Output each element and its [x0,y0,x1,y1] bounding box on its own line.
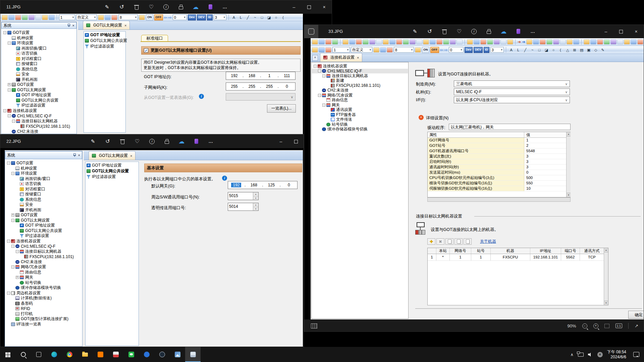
tree-item[interactable]: FX5CPU(192.168.1.101) [312,83,408,88]
tree-item[interactable]: - GOT设置 [5,161,82,166]
tabbar-close-icon[interactable]: × [312,55,318,61]
on-button[interactable]: ON [422,47,429,53]
close-button[interactable]: × [629,25,644,38]
expand-toggle-icon[interactable]: - [11,245,14,248]
property-row[interactable]: GOT网络号 1 [428,138,570,143]
expand-toggle-icon[interactable]: - [8,88,11,92]
status-x-icon[interactable]: ✕ [597,352,603,357]
panel-close-icon[interactable]: × [72,23,74,27]
prev-arrow-icon[interactable]: ⇦ [164,15,167,20]
draw-tool-icon[interactable]: ▣ [586,47,592,53]
fit-screen-icon[interactable] [604,324,609,328]
tree-item[interactable]: - GOT以太网设置 [2,87,76,93]
expand-toggle-icon[interactable]: - [11,219,14,222]
expand-toggle-icon[interactable]: - [318,69,321,72]
minimize-button[interactable]: – [598,25,613,38]
maximize-button[interactable] [302,0,317,14]
tab-standard-port[interactable]: 标准端口 [141,35,168,42]
toolbar-icons[interactable] [312,47,331,53]
tree-item[interactable]: - 连接机器设置 [2,108,76,114]
nav-item[interactable]: GOT以太网公共设置 [84,38,125,44]
edge-icon[interactable] [46,347,62,362]
tree-item[interactable]: FX5CPU(192.168.1.101) [5,254,82,259]
tree-item[interactable]: 机种设置 [2,36,76,41]
expand-toggle-icon[interactable]: - [7,292,10,295]
model-combo[interactable]: MELSEC iQ-F [454,88,570,95]
interface-combo[interactable]: 以太网:多CPU连接对应 [454,97,570,103]
dev2-button[interactable]: DEV [197,14,206,20]
on-button[interactable]: ON [146,14,153,20]
zoom-icons[interactable] [98,15,117,20]
maximize-button[interactable] [613,25,629,38]
about-device-link[interactable]: 关于机器 [480,239,496,244]
pin-icon[interactable] [67,24,70,27]
got-ip-field[interactable]: 192. 168. 1. 111 [226,72,296,80]
tree-item[interactable]: 新建 [312,78,408,83]
photo-toolbar-icon[interactable] [222,4,228,10]
tree-item[interactable]: 站号切换 [5,280,82,286]
tree-item[interactable]: 通讯设置 [312,108,408,113]
remote-app-icon[interactable] [108,347,123,362]
title-bar[interactable]: 11.JPG – × [0,0,332,14]
property-row[interactable]: 伺服轴切换GD软元件起始编号(16点) 10 [428,186,570,191]
photo-toolbar-icon[interactable] [104,4,110,10]
num3-dropdown[interactable]: 3 [214,14,226,20]
tree-item[interactable]: I/F连接一览表 [5,322,82,327]
photo-toolbar-icon[interactable] [178,138,184,144]
expand-toggle-icon[interactable]: - [11,172,14,175]
property-row[interactable]: GOT机器通讯用端口号 5548 [428,148,570,154]
wechat-icon[interactable] [123,347,139,362]
dev2-button[interactable]: DEV [474,47,483,53]
photo-toolbar-icon[interactable] [441,28,447,35]
photos-app-icon[interactable] [170,347,185,362]
tree-item[interactable]: 按键窗口 [5,192,82,197]
photos-active-icon[interactable] [185,347,201,362]
tree-item[interactable]: 画面切换/窗口 [2,46,76,51]
tree-item[interactable]: - 环境设置 [5,171,82,176]
expand-toggle-icon[interactable]: - [3,31,6,34]
copy-button[interactable] [445,238,453,245]
fontsize-dropdown[interactable]: 8 [394,47,414,53]
photo-toolbar-icon[interactable] [105,138,111,144]
property-row[interactable]: 通讯超时时间(秒) 3 [428,165,570,170]
zoom-in-icon[interactable]: + [593,323,598,328]
maximize-button[interactable] [288,135,304,148]
toolbar-icons[interactable] [342,39,463,45]
fullscreen-icon[interactable]: ↗ [635,323,638,328]
tree-item[interactable]: - CH1:MELSEC iQ-F [2,113,76,119]
next-arrow-icon[interactable]: ⇨ [168,15,172,20]
tree-item[interactable]: GOT以太网公共设置 [2,98,76,103]
expand-toggle-icon[interactable]: - [314,65,317,68]
expand-toggle-icon[interactable]: - [318,94,321,97]
id-button[interactable]: ID [484,47,489,53]
draw-tool-icon[interactable]: ~ [252,14,258,20]
custom-dropdown[interactable]: 自定义 [351,47,372,53]
tree-item[interactable]: - 连接机器设置 [312,64,408,69]
filmstrip-icon[interactable] [311,323,317,328]
tree-item[interactable]: 计算机(数据传送) [5,296,82,301]
draw-tool-icon[interactable]: ○ [550,47,557,53]
draw-tool-icon[interactable]: A [231,14,237,20]
nav-item[interactable]: GOT IP地址设置 [86,163,139,168]
notification-icon[interactable] [633,352,639,357]
photo-toolbar-icon[interactable] [178,4,184,10]
expand-toggle-icon[interactable]: + [16,276,19,279]
nav-item[interactable]: GOT以太网公共设置 [86,168,139,174]
zoom-icons[interactable] [373,47,393,53]
property-row[interactable]: CPU号机切换GD软元件起始编号(3点) 500 [428,175,570,181]
draw-tool-icon[interactable]: □ [259,14,265,20]
dev-button[interactable]: Dev [465,47,473,53]
got-list-combo[interactable] [226,93,296,101]
tree-item[interactable]: 条形码 [5,301,82,306]
draw-tool-icon[interactable]: ✎ [600,47,606,53]
tree-item[interactable]: 安全 [5,202,82,207]
tree-item[interactable]: 文件传送 [312,117,408,122]
tree-item[interactable]: 画面切换/窗口 [5,176,82,182]
expand-toggle-icon[interactable]: - [7,240,10,243]
keyboard-icon[interactable] [415,47,421,53]
chrome-icon[interactable] [62,347,77,362]
subnet-mask-field[interactable]: 255. 255. 255. 0 [226,82,296,90]
tree-item[interactable]: + GOT设置 [2,82,76,87]
blue-app-icon[interactable] [139,347,154,362]
tree-item[interactable]: 按键窗口 [2,61,76,67]
